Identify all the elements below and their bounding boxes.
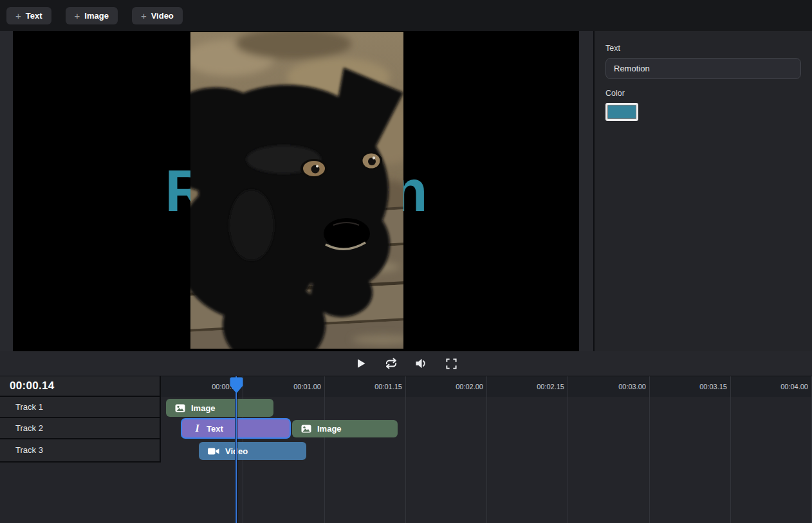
add-text-label: Text [26,11,42,21]
clip-label: Image [317,424,342,434]
volume-button[interactable] [414,356,429,371]
timeline: 00:00.15 00:01.00 00:01.15 00:02.00 00:0… [0,376,812,523]
ruler-tick-label: 00:03.15 [669,376,727,397]
grid-line [405,376,406,523]
clip-label: Image [191,403,216,413]
plus-icon: + [75,11,80,21]
add-text-button[interactable]: + Text [6,7,51,24]
add-image-label: Image [84,11,109,21]
video-editor-app: + Text + Image + Video Remotion [0,0,812,523]
clip-label: Text [207,424,223,434]
track-label-2: Track 2 [0,418,160,439]
ruler-tick-label: 00:03.00 [588,376,646,397]
color-swatch [607,105,636,119]
video-camera-icon [208,447,219,455]
color-field-label: Color [605,89,801,98]
clip-image-track1[interactable]: Image [166,399,273,417]
track-label-1: Track 1 [0,397,160,418]
grid-line [567,376,568,523]
add-image-button[interactable]: + Image [66,7,118,24]
grid-line [649,376,650,523]
fullscreen-button[interactable] [444,356,459,371]
plus-icon: + [141,11,147,21]
grid-line [486,376,487,523]
ruler-tick-label: 00:04.00 [750,376,808,397]
playhead-line [235,376,237,523]
ruler-tick-label: 00:02.00 [425,376,483,397]
add-video-label: Video [151,11,174,21]
add-video-button[interactable]: + Video [132,7,183,24]
grid-line [730,376,731,523]
text-icon: I [194,423,201,434]
play-icon [355,357,367,370]
fullscreen-icon [445,358,457,370]
plus-icon: + [15,11,21,21]
current-time-display: 00:00.14 [0,376,160,397]
inspector-panel: Text Color [593,31,812,351]
playhead[interactable] [230,376,244,523]
toolbar: + Text + Image + Video [0,0,812,31]
play-button[interactable] [353,356,369,371]
loop-button[interactable] [383,356,399,371]
track-label-3: Track 3 [0,439,160,461]
loop-icon [385,357,398,370]
image-icon [175,404,185,412]
clip-image-track2[interactable]: Image [292,420,398,437]
ruler-tick-label: 00:02.15 [506,376,564,397]
color-picker[interactable] [605,103,638,121]
video-canvas[interactable]: Remotion [13,31,579,351]
playback-controls [0,351,812,376]
main-area: Remotion [0,31,812,351]
text-input[interactable] [605,58,801,79]
ruler-tick-label: 00:01.15 [344,376,402,397]
grid-line [324,376,325,523]
text-field-label: Text [605,44,801,53]
image-icon [301,425,311,433]
volume-icon [414,357,428,370]
ruler-tick-label: 00:01.00 [263,376,321,397]
playhead-flag-icon [230,377,243,394]
track-header-panel: 00:00.14 Track 1 Track 2 Track 3 [0,376,161,463]
dog-photo [190,32,403,349]
preview-pane: Remotion [0,31,593,351]
clip-video-track3[interactable]: Video [199,442,306,460]
